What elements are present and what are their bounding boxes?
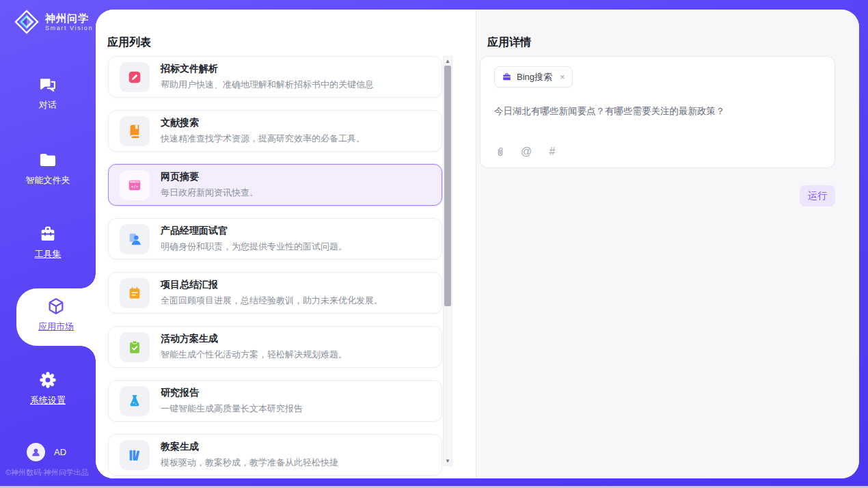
sidebar-footer-credit: ©神州数码·神州问学出品 <box>5 467 89 478</box>
sidebar-item-label: 工具集 <box>35 248 62 260</box>
sidebar-item-toolset[interactable]: 工具集 <box>0 224 96 260</box>
app-list-title: 应用列表 <box>107 36 151 50</box>
scrollbar-thumb[interactable] <box>444 66 451 306</box>
briefcase-icon <box>502 72 512 82</box>
app-card-title: 文献搜索 <box>161 117 365 129</box>
app-card-event-plan[interactable]: 活动方案生成 智能生成个性化活动方案，轻松解决规划难题。 <box>108 326 442 368</box>
toolbox-icon <box>38 224 57 243</box>
sidebar-item-chat[interactable]: 对话 <box>0 75 96 111</box>
app-card-list: 招标文件解析 帮助用户快速、准确地理解和解析招标书中的关键信息 文献搜索 快速精… <box>108 56 443 478</box>
app-list-panel: 应用列表 招标文件解析 帮助用户快速、准确地理解和解析招标书中的关键信息 文献搜… <box>96 10 476 478</box>
app-card-desc: 全面回顾项目进展，总结经验教训，助力未来优化发展。 <box>161 295 383 307</box>
sidebar: 神州问学 Smart Vision 对话 智能文件夹 工具集 <box>0 0 96 486</box>
brand-tagline: Smart Vision <box>45 25 93 31</box>
app-detail-panel: 应用详情 Bing搜索 × 今日湖北有哪些新闻要点？有哪些需要关注的最新政策？ … <box>476 10 859 478</box>
prompt-editor-card[interactable]: Bing搜索 × 今日湖北有哪些新闻要点？有哪些需要关注的最新政策？ @ # <box>480 56 835 168</box>
app-card-title: 招标文件解析 <box>161 63 374 75</box>
book-icon <box>120 116 150 146</box>
app-card-literature-search[interactable]: 文献搜索 快速精准查找学术资源，提高研究效率的必备工具。 <box>108 110 442 152</box>
edit-document-icon <box>120 62 150 92</box>
tool-chip-bing-search[interactable]: Bing搜索 × <box>494 66 573 87</box>
chip-close-icon[interactable]: × <box>560 72 565 81</box>
sidebar-item-label: 智能文件夹 <box>26 174 70 187</box>
brand-diamond-icon <box>14 9 40 35</box>
gear-icon <box>38 370 57 390</box>
flask-icon <box>120 386 150 416</box>
app-card-desc: 快速精准查找学术资源，提高研究效率的必备工具。 <box>161 133 365 145</box>
chat-icon <box>38 75 57 94</box>
folder-icon <box>38 150 57 170</box>
run-button[interactable]: 运行 <box>800 185 835 206</box>
scroll-up-icon[interactable]: ▲ <box>443 57 452 66</box>
app-card-title: 项目总结汇报 <box>161 279 383 291</box>
tool-chip-label: Bing搜索 <box>517 71 552 83</box>
app-card-title: 活动方案生成 <box>161 333 347 345</box>
app-card-desc: 明确身份和职责，为您提供专业性的面试问题。 <box>161 241 347 253</box>
app-card-desc: 帮助用户快速、准确地理解和解析招标书中的关键信息 <box>161 79 374 91</box>
app-logo: 神州问学 Smart Vision <box>14 9 93 35</box>
app-card-project-summary[interactable]: 项目总结汇报 全面回顾项目进展，总结经验教训，助力未来优化发展。 <box>108 272 442 314</box>
scroll-down-icon[interactable]: ▼ <box>443 457 452 465</box>
sidebar-item-settings[interactable]: 系统设置 <box>0 370 96 407</box>
main-content: 应用列表 招标文件解析 帮助用户快速、准确地理解和解析招标书中的关键信息 文献搜… <box>96 10 859 478</box>
composer-toolbar: @ # <box>494 146 558 158</box>
brand-text: 神州问学 Smart Vision <box>45 12 93 31</box>
app-card-desc: 一键智能生成高质量长文本研究报告 <box>161 403 303 415</box>
app-card-web-summary[interactable]: </> 网页摘要 每日政府新闻资讯快查。 <box>108 164 442 206</box>
cube-icon <box>46 297 66 316</box>
interviewer-icon <box>120 224 150 254</box>
app-card-desc: 智能生成个性化活动方案，轻松解决规划难题。 <box>161 349 347 361</box>
app-card-desc: 每日政府新闻资讯快查。 <box>161 187 258 199</box>
browser-code-icon: </> <box>120 170 150 200</box>
user-account[interactable]: AD <box>27 443 66 461</box>
sidebar-item-app-market[interactable]: 应用市场 <box>8 297 104 333</box>
app-detail-title: 应用详情 <box>487 36 531 50</box>
sidebar-item-label: 对话 <box>39 99 57 111</box>
prompt-input[interactable]: 今日湖北有哪些新闻要点？有哪些需要关注的最新政策？ <box>494 105 821 118</box>
app-card-title: 研究报告 <box>161 387 303 399</box>
app-card-desc: 模板驱动，教案秒成，教学准备从此轻松快捷 <box>161 457 338 469</box>
svg-text:</>: </> <box>131 184 139 189</box>
sidebar-item-smart-folder[interactable]: 智能文件夹 <box>0 150 96 187</box>
sidebar-item-label: 应用市场 <box>38 321 74 333</box>
avatar <box>27 443 45 461</box>
app-card-title: 教案生成 <box>161 441 338 453</box>
app-card-lesson-plan[interactable]: 教案生成 模板驱动，教案秒成，教学准备从此轻松快捷 <box>108 434 442 476</box>
brand-name: 神州问学 <box>45 12 93 24</box>
app-card-pm-interviewer[interactable]: 产品经理面试官 明确身份和职责，为您提供专业性的面试问题。 <box>108 218 442 260</box>
books-icon <box>120 440 150 470</box>
attachment-icon[interactable] <box>494 146 506 158</box>
app-card-research-report[interactable]: 研究报告 一键智能生成高质量长文本研究报告 <box>108 380 442 422</box>
hashtag-icon[interactable]: # <box>546 146 558 158</box>
app-card-title: 网页摘要 <box>161 171 258 183</box>
app-card-bid-parse[interactable]: 招标文件解析 帮助用户快速、准确地理解和解析招标书中的关键信息 <box>108 56 442 98</box>
sidebar-item-label: 系统设置 <box>30 394 66 407</box>
user-initials: AD <box>54 447 66 457</box>
memo-icon <box>120 278 150 308</box>
app-list-scrollbar[interactable]: ▲ ▼ <box>443 56 452 466</box>
mention-icon[interactable]: @ <box>520 146 532 158</box>
app-card-title: 产品经理面试官 <box>161 225 347 237</box>
clipboard-check-icon <box>120 332 150 362</box>
